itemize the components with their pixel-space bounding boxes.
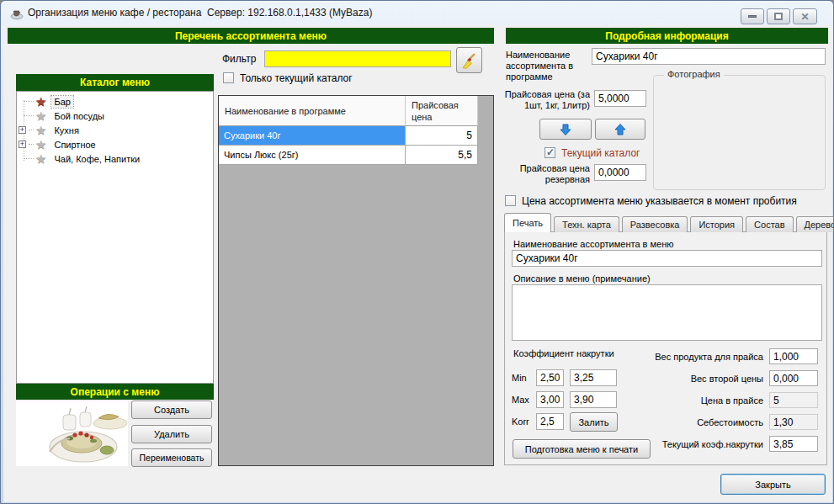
korr-input[interactable] <box>536 413 564 430</box>
current-markup-input[interactable] <box>769 436 818 452</box>
tab-derevo[interactable]: Дерево <box>796 216 834 232</box>
description-label: Описание в меню (примечание) <box>513 273 651 284</box>
move-down-button[interactable] <box>539 119 592 140</box>
tree-item-bar[interactable]: ★ Бар <box>24 94 217 109</box>
max-input-2[interactable] <box>570 391 617 408</box>
reserve-price-input[interactable] <box>594 164 646 181</box>
sale-moment-label: Цена ассортимента меню указывается в мом… <box>522 196 797 207</box>
current-catalog-label: Текущий каталог <box>561 148 640 159</box>
column-header-name[interactable]: Наименование в программе <box>219 96 406 126</box>
create-button[interactable]: Создать <box>131 401 212 419</box>
star-icon: ★ <box>35 109 46 122</box>
cell-price: 5,5 <box>406 146 478 165</box>
only-current-catalog-label: Только текущий каталог <box>240 73 353 84</box>
table-row[interactable]: Сухарики 40г 5 <box>219 126 493 146</box>
only-current-catalog-checkbox[interactable] <box>223 72 234 83</box>
move-up-button[interactable] <box>595 119 645 140</box>
broom-icon <box>460 51 479 70</box>
minimize-button[interactable] <box>741 8 764 24</box>
min-label: Min <box>512 373 527 384</box>
app-window: Организация меню кафе / ресторана Сервер… <box>0 0 834 504</box>
expand-icon[interactable]: + <box>19 141 26 148</box>
cell-name: Чипсы Люкс (25г) <box>219 146 406 165</box>
tree-item-kuhnya[interactable]: + ★ Кухня <box>19 123 212 137</box>
right-section-header: Подробная информация <box>506 28 828 44</box>
detail-tabstrip: Печать Техн. карта Развесовка История Со… <box>504 214 834 232</box>
tab-pechat[interactable]: Печать <box>504 213 551 232</box>
menu-name-label: Наименование ассортимента в меню <box>513 239 673 250</box>
close-button[interactable]: ✕ <box>793 8 817 24</box>
catalog-header: Каталог меню <box>16 74 214 91</box>
titlebar: Организация меню кафе / ресторана Сервер… <box>1 1 833 25</box>
tab-istoriya[interactable]: История <box>690 216 743 232</box>
min-input-2[interactable] <box>570 369 617 386</box>
filter-input[interactable] <box>264 50 451 67</box>
tab-razvesovka[interactable]: Развесовка <box>622 216 688 232</box>
catalog-tree: ★ Бар ★ Бой посуды + ★ Кухня + ★ Спиртно… <box>16 91 214 384</box>
column-header-price[interactable]: Прайсовая цена <box>406 96 478 126</box>
cost-label: Себестоимость <box>624 417 763 428</box>
price-input[interactable] <box>594 90 646 107</box>
minimize-icon <box>748 15 757 18</box>
max-input-1[interactable] <box>536 391 564 408</box>
filter-label: Фильтр <box>222 54 256 65</box>
reserve-price-label: Прайсовая цена резервная <box>506 163 590 185</box>
rename-button[interactable]: Переименовать <box>131 448 212 467</box>
maximize-icon <box>774 13 783 20</box>
description-textarea[interactable] <box>512 284 822 341</box>
star-icon: ★ <box>35 95 46 108</box>
tab-sostav[interactable]: Состав <box>746 216 793 232</box>
price-in-list-label: Цена в прайсе <box>624 395 763 406</box>
expand-icon[interactable]: + <box>19 126 26 134</box>
close-icon: ✕ <box>800 12 809 22</box>
photo-groupbox: Фотография <box>653 75 826 190</box>
cost-field <box>769 414 818 430</box>
weight-input[interactable] <box>769 348 818 364</box>
menu-name-input[interactable] <box>512 250 822 267</box>
cell-name: Сухарики 40г <box>219 126 406 146</box>
tree-item-boy-posudy[interactable]: ★ Бой посуды <box>24 109 217 123</box>
star-icon: ★ <box>35 152 46 165</box>
sale-moment-checkbox[interactable] <box>505 195 516 206</box>
star-icon: ★ <box>35 124 46 136</box>
min-input-1[interactable] <box>536 369 564 386</box>
close-form-button[interactable]: Закрыть <box>720 474 826 495</box>
fill-button[interactable]: Залить <box>570 412 618 432</box>
maximize-button[interactable] <box>767 8 790 24</box>
tree-item-spirtnoe[interactable]: + ★ Спиртное <box>19 137 212 151</box>
delete-button[interactable]: Удалить <box>131 425 212 443</box>
current-catalog-checkbox[interactable] <box>544 147 555 158</box>
up-arrow-icon <box>614 123 627 136</box>
table-row[interactable]: Чипсы Люкс (25г) 5,5 <box>219 146 493 165</box>
coffee-cup-icon <box>10 7 24 20</box>
weight2-label: Вес второй цены <box>624 374 763 385</box>
left-section-header: Перечень ассортимента меню <box>8 28 494 44</box>
korr-label: Korr <box>512 416 529 427</box>
tree-item-chai-kofe[interactable]: ★ Чай, Кофе, Напитки <box>24 151 217 166</box>
menu-items-table: Наименование в программе Прайсовая цена … <box>218 95 494 466</box>
price-in-list-field <box>769 392 818 408</box>
current-markup-label: Текущий коэф.накрутки <box>624 439 763 450</box>
food-photo <box>16 401 128 466</box>
down-arrow-icon <box>559 123 572 136</box>
max-label: Max <box>512 395 529 406</box>
markup-coefficient-label: Коэффициент накрутки <box>513 348 614 359</box>
clear-filter-button[interactable] <box>456 47 482 73</box>
table-header: Наименование в программе Прайсовая цена <box>219 96 493 126</box>
cell-price: 5 <box>406 126 478 146</box>
weight2-input[interactable] <box>769 370 818 386</box>
star-icon: ★ <box>35 138 46 151</box>
tab-tehn-karta[interactable]: Техн. карта <box>554 216 619 232</box>
price-label: Прайсовая цена (за 1шт, 1кг, 1литр) <box>499 89 590 111</box>
program-name-label: Наименование ассортимента в программе <box>506 50 590 82</box>
window-title: Организация меню кафе / ресторана Сервер… <box>28 7 372 19</box>
photo-group-label: Фотография <box>664 69 724 79</box>
weight-label: Вес продукта для прайса <box>624 352 763 363</box>
program-name-input[interactable] <box>592 48 826 65</box>
operations-header: Операции с меню <box>16 384 214 400</box>
